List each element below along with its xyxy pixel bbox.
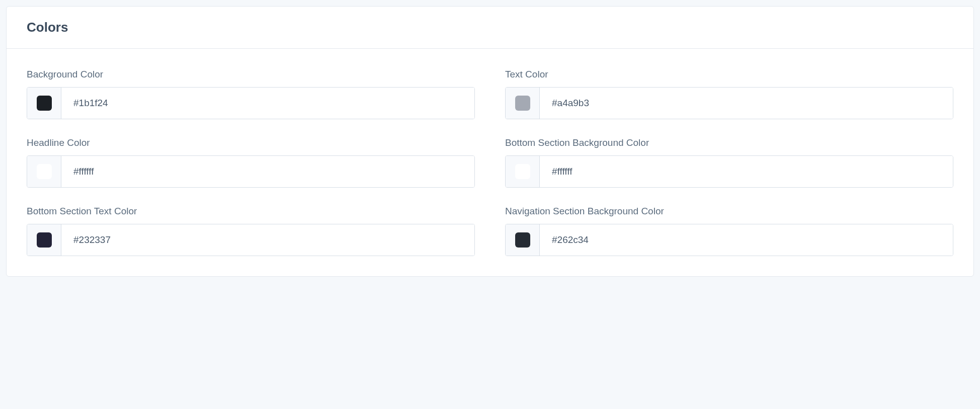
color-input-group	[27, 224, 475, 256]
color-value-input[interactable]	[540, 224, 953, 256]
swatch-container	[506, 224, 540, 256]
color-value-input[interactable]	[540, 156, 953, 187]
field-bottom-section-background-color: Bottom Section Background Color	[505, 137, 953, 188]
color-value-input[interactable]	[61, 156, 474, 187]
color-swatch[interactable]	[37, 232, 52, 248]
color-swatch[interactable]	[37, 164, 52, 179]
colors-card: Colors Background Color Text Color	[6, 6, 974, 277]
field-label: Headline Color	[27, 137, 475, 148]
swatch-container	[506, 156, 540, 187]
color-input-group	[505, 155, 953, 188]
swatch-container	[27, 88, 61, 119]
field-label: Navigation Section Background Color	[505, 206, 953, 217]
field-headline-color: Headline Color	[27, 137, 475, 188]
card-header: Colors	[7, 7, 973, 49]
swatch-container	[27, 156, 61, 187]
color-value-input[interactable]	[61, 88, 474, 119]
swatch-container	[506, 88, 540, 119]
color-input-group	[505, 87, 953, 119]
field-navigation-section-background-color: Navigation Section Background Color	[505, 206, 953, 256]
color-input-group	[27, 155, 475, 188]
color-input-group	[505, 224, 953, 256]
field-bottom-section-text-color: Bottom Section Text Color	[27, 206, 475, 256]
color-swatch[interactable]	[515, 232, 530, 248]
color-value-input[interactable]	[61, 224, 474, 256]
swatch-container	[27, 224, 61, 256]
color-value-input[interactable]	[540, 88, 953, 119]
card-title: Colors	[27, 20, 953, 35]
color-swatch[interactable]	[515, 96, 530, 111]
field-label: Background Color	[27, 69, 475, 80]
field-text-color: Text Color	[505, 69, 953, 119]
color-swatch[interactable]	[515, 164, 530, 179]
color-swatch[interactable]	[37, 96, 52, 111]
card-body: Background Color Text Color	[7, 49, 973, 276]
field-background-color: Background Color	[27, 69, 475, 119]
field-label: Text Color	[505, 69, 953, 80]
color-input-group	[27, 87, 475, 119]
field-label: Bottom Section Text Color	[27, 206, 475, 217]
field-label: Bottom Section Background Color	[505, 137, 953, 148]
color-fields-grid: Background Color Text Color	[27, 69, 953, 256]
